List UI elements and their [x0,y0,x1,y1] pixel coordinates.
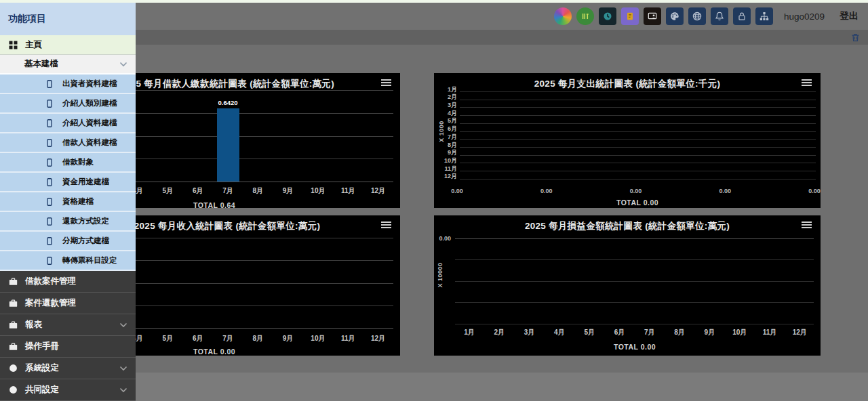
sidebar-item-home[interactable]: 主頁 [0,35,136,55]
checkbox-outline-icon [45,79,54,89]
x-tick-label: 3月 [515,328,545,337]
x-tick-label: 11月 [755,328,785,337]
chevron-down-icon [119,366,127,371]
checkbox-outline-icon [45,236,54,246]
sidebar-item-label: 出資者資料建檔 [62,79,117,89]
bell-glyph [714,11,725,22]
zero-line [455,238,814,239]
chart-menu-icon[interactable] [381,79,391,87]
chart-menu-icon[interactable] [802,79,812,87]
sidebar-item-loan-target[interactable]: 借款對象 [0,153,136,173]
trash-button[interactable] [849,31,861,43]
trash-icon [850,33,861,43]
row-gridline [460,171,816,171]
x-tick-label: 9月 [694,328,724,337]
username-label: hugo0209 [784,12,825,22]
x-tick-label: 12月 [363,186,393,196]
chart-menu-icon[interactable] [381,221,391,230]
sidebar-item-loan-case-management[interactable]: 借款案件管理 [0,271,136,293]
checkbox-outline-icon [45,138,54,148]
checkbox-outline-icon [45,119,54,128]
x-tick-label: 8月 [665,328,694,337]
globe-glyph [692,11,703,22]
row-gridline [460,91,816,92]
sidebar-item-fund-usage[interactable]: 資金用途建檔 [0,173,136,192]
sidebar-item-installment-method[interactable]: 分期方式建檔 [0,232,136,251]
chevron-down-icon [119,387,127,393]
sidebar-item-voucher-subject[interactable]: 轉傳票科目設定 [0,251,136,271]
sidebar-item-common-settings[interactable]: 共同設定 [0,379,136,401]
sidebar-item-reports[interactable]: 報表 [0,314,136,336]
x-tick-label: 7月 [635,328,665,337]
gridline [455,324,814,324]
x-tick-label: 5月 [153,186,182,196]
presentation-app-icon[interactable] [644,7,661,25]
sidebar-item-introducer-category[interactable]: 介紹人類別建檔 [0,94,136,114]
clock-glyph [602,11,613,22]
bar [217,108,239,182]
y-axis-unit-label: X 1000 [438,111,445,152]
briefcase-icon [8,342,18,352]
scroll-glyph [625,11,635,22]
sidebar-item-borrower-data[interactable]: 借款人資料建檔 [0,133,136,153]
x-tick-label: 10月 [303,334,333,343]
x-tick-label: 11月 [333,186,363,196]
sidebar-item-label: 介紹人資料建檔 [62,118,117,128]
chart-menu-icon[interactable] [802,221,812,230]
sidebar-item-repayment-method[interactable]: 還款方式設定 [0,212,136,232]
sidebar-item-label: 操作手冊 [25,341,59,352]
sidebar-item-label: 介紹人類別建檔 [62,98,117,108]
sidebar-item-qualification[interactable]: 資格建檔 [0,192,136,212]
clock-app-icon[interactable] [599,7,616,25]
bell-icon[interactable] [711,7,728,25]
sidebar-item-label: 借款人資料建檔 [62,138,117,148]
bar-value-label: 0.6420 [218,99,237,106]
palette-icon[interactable] [666,7,684,25]
lock-glyph [736,11,747,22]
gridline [455,302,814,303]
sidebar-item-label: 資金用途建檔 [62,177,109,187]
briefcase-icon [8,320,18,330]
row-gridline [460,131,816,132]
y-tick-label: 12月 [435,172,457,181]
green-logo-icon[interactable] [576,7,594,25]
sidebar-title: 功能項目 [0,3,136,35]
x-tick-label: 10月 [725,328,755,337]
x-tick-label: 9月 [273,186,303,196]
x-tick-label: 0.00 [719,188,731,194]
sidebar-item-label: 系統設定 [25,362,59,374]
row-gridline [460,163,816,163]
x-tick-label: 0.00 [808,188,821,194]
sidebar-item-system-settings[interactable]: 系統設定 [0,358,136,379]
grid-icon [8,41,18,49]
row-gridline [460,100,816,100]
colorful-logo-icon[interactable] [554,7,572,25]
sidebar-item-introducer-data[interactable]: 介紹人資料建檔 [0,114,136,133]
sidebar-item-label: 主頁 [25,39,42,51]
chart-panel-profit-loss: 2025 每月損益金額統計圖表 (統計金額單位:萬元)0.001月2月3月4月5… [434,215,821,356]
sitemap-icon[interactable] [755,7,773,25]
row-gridline [460,147,816,148]
sidebar-item-label: 還款方式設定 [62,216,109,226]
x-tick-label: 5月 [153,334,182,343]
sidebar-item-label: 分期方式建檔 [62,236,109,246]
globe-icon[interactable] [688,7,706,25]
sidebar-item-investor-data[interactable]: 出資者資料建檔 [0,75,136,94]
logout-button[interactable]: 登出 [840,10,859,22]
navbar-icon-group [549,7,773,25]
sidebar-item-label: 借款案件管理 [25,276,76,287]
x-tick-label: 7月 [213,186,243,196]
checkbox-outline-icon [45,158,54,167]
checkbox-outline-icon [45,256,54,266]
gridline [455,281,814,282]
checkbox-outline-icon [45,99,54,108]
x-tick-label: 7月 [213,334,243,343]
scroll-app-icon[interactable] [621,7,639,25]
sidebar-item-manual[interactable]: 操作手冊 [0,336,136,358]
chart-panel-expenses: 2025 每月支出統計圖表 (統計金額單位:千元)1月2月3月4月5月6月7月8… [434,73,821,208]
sidebar-item-basic-files[interactable]: 基本建檔 [0,55,136,75]
circle-icon [8,364,18,373]
sidebar-item-case-repayment-management[interactable]: 案件還款管理 [0,293,136,314]
lock-icon[interactable] [733,7,751,25]
x-tick-label: 0.00 [540,188,553,194]
